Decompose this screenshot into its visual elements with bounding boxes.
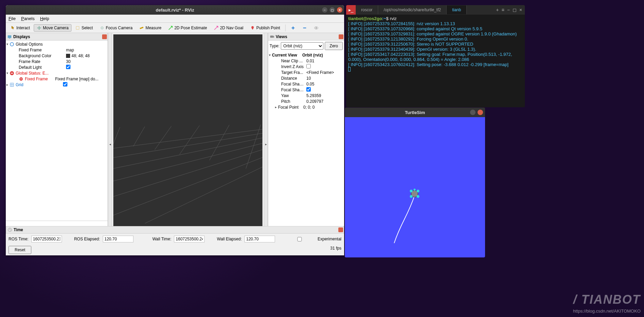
fixed-frame-status-value: Fixed Frame [map] do... bbox=[55, 77, 107, 81]
close-button[interactable]: × bbox=[337, 7, 343, 13]
svg-point-2 bbox=[102, 28, 102, 28]
menu-file[interactable]: File bbox=[9, 16, 16, 21]
experimental-checkbox[interactable] bbox=[284, 237, 315, 241]
grid-icon bbox=[10, 82, 14, 87]
view-type-select[interactable]: Orbit (rviz) bbox=[281, 42, 323, 50]
zero-button[interactable]: Zero bbox=[325, 42, 343, 50]
current-view-value: Orbit (rviz) bbox=[302, 53, 343, 58]
term-maximize-icon[interactable]: ◻ bbox=[513, 7, 517, 13]
svg-point-5 bbox=[316, 27, 317, 29]
tool-remove-icon[interactable] bbox=[299, 24, 310, 32]
reset-button[interactable]: Reset bbox=[9, 246, 31, 254]
grid-label[interactable]: Grid bbox=[16, 82, 62, 87]
term-minimize-icon[interactable]: − bbox=[507, 7, 510, 13]
menu-icon[interactable]: ≡ bbox=[501, 7, 504, 13]
svg-rect-3 bbox=[140, 27, 144, 29]
close-views-icon[interactable] bbox=[339, 34, 343, 39]
viewport-3d[interactable] bbox=[113, 34, 262, 254]
turtlesim-titlebar: TurtleSim bbox=[345, 108, 485, 117]
expand-icon[interactable]: ▸ bbox=[6, 83, 8, 86]
tool-move-camera[interactable]: Move Camera bbox=[34, 24, 71, 32]
rviz-titlebar: default.rviz* - RViz − ◻ × bbox=[6, 5, 344, 15]
ros-elapsed-field[interactable] bbox=[103, 236, 133, 242]
terminal-icon: ▸_ bbox=[346, 5, 356, 15]
tool-2d-pose-estimate[interactable]: 2D Pose Estimate bbox=[165, 24, 210, 32]
tool-focus-camera[interactable]: Focus Camera bbox=[97, 24, 136, 32]
tool-2d-nav-goal[interactable]: 2D Nav Goal bbox=[211, 24, 246, 32]
expand-icon[interactable]: ▾ bbox=[269, 53, 271, 57]
svg-point-8 bbox=[10, 43, 14, 46]
rviz-window: default.rviz* - RViz − ◻ × File Panels H… bbox=[6, 5, 344, 255]
expand-icon[interactable]: ▾ bbox=[6, 42, 8, 46]
ros-time-label: ROS Time: bbox=[9, 237, 29, 241]
views-tree[interactable]: ▾Current ViewOrbit (rviz) Near Clip ...0… bbox=[268, 51, 344, 244]
terminal-tab-roscor[interactable]: roscor bbox=[356, 5, 378, 14]
collapse-left-icon[interactable]: ◂ bbox=[108, 33, 112, 255]
svg-point-17 bbox=[417, 190, 419, 192]
terminal-tab-tianb[interactable]: tianb bbox=[447, 5, 467, 14]
default-light-checkbox[interactable] bbox=[66, 65, 70, 69]
fps-label: 31 fps bbox=[330, 246, 341, 254]
close-time-icon[interactable] bbox=[338, 227, 343, 232]
pitch-value[interactable]: 0.209797 bbox=[306, 99, 343, 104]
svg-rect-10 bbox=[11, 73, 13, 74]
menu-panels[interactable]: Panels bbox=[21, 16, 35, 21]
expand-icon[interactable]: ▸ bbox=[275, 105, 277, 109]
near-clip-value[interactable]: 0.01 bbox=[306, 59, 343, 63]
new-tab-icon[interactable]: + bbox=[496, 7, 499, 13]
displays-panel: Displays ▾Global Options Fixed Framemap … bbox=[6, 33, 108, 255]
focal-shape-fixed-checkbox[interactable] bbox=[306, 87, 311, 92]
wall-elapsed-label: Wall Elapsed: bbox=[217, 237, 242, 241]
tool-publish-point[interactable]: Publish Point bbox=[247, 24, 283, 32]
ts-close-icon[interactable] bbox=[478, 110, 483, 115]
toolbar: Interact Move Camera Select Focus Camera… bbox=[6, 23, 344, 33]
svg-rect-0 bbox=[76, 26, 79, 29]
maximize-button[interactable]: ◻ bbox=[329, 7, 335, 13]
tool-select[interactable]: Select bbox=[72, 24, 96, 32]
yaw-value[interactable]: 5.29359 bbox=[306, 93, 343, 98]
tool-interact[interactable]: Interact bbox=[7, 24, 33, 32]
grid-checkbox[interactable] bbox=[63, 82, 67, 86]
focal-point-value[interactable]: 0; 0; 0 bbox=[303, 105, 343, 110]
global-options-label[interactable]: Global Options bbox=[16, 42, 62, 47]
tool-add-icon[interactable] bbox=[288, 24, 299, 32]
close-displays-icon[interactable] bbox=[102, 34, 107, 39]
bg-color-value[interactable]: 48; 48; 48 bbox=[66, 53, 107, 58]
views-panel: Views Type: Orbit (rviz) Zero ▾Current V… bbox=[268, 33, 344, 255]
menu-help[interactable]: Help bbox=[40, 16, 49, 21]
grid-visual bbox=[113, 34, 262, 223]
ts-minimize-icon[interactable] bbox=[470, 110, 476, 115]
turtlesim-title: TurtleSim bbox=[405, 110, 425, 115]
displays-tree[interactable]: ▾Global Options Fixed Framemap Backgroun… bbox=[6, 41, 108, 221]
frame-rate-label: Frame Rate bbox=[19, 59, 65, 64]
turtle-path bbox=[345, 117, 485, 257]
views-header: Views bbox=[268, 33, 344, 41]
frame-rate-value[interactable]: 30 bbox=[66, 59, 107, 64]
expand-icon[interactable]: ▾ bbox=[6, 71, 8, 75]
distance-value[interactable]: 10 bbox=[306, 76, 343, 81]
focal-shape-size-value[interactable]: 0.05 bbox=[306, 82, 343, 86]
ros-time-field[interactable] bbox=[31, 236, 62, 242]
svg-point-18 bbox=[410, 195, 413, 198]
wall-time-field[interactable] bbox=[174, 236, 205, 242]
wall-time-label: Wall Time: bbox=[152, 237, 172, 241]
default-light-label: Default Light bbox=[19, 65, 65, 70]
invert-z-checkbox[interactable] bbox=[306, 64, 311, 68]
minimize-button[interactable]: − bbox=[322, 7, 328, 13]
fixed-frame-value[interactable]: map bbox=[66, 48, 107, 52]
svg-rect-7 bbox=[9, 38, 10, 38]
terminal-tab-path[interactable]: /opt/ros/melodic/share/turtle_tf2 bbox=[378, 5, 447, 14]
terminal-body[interactable]: tianbot@ros2go:~$ rviz [ INFO] [16072533… bbox=[346, 15, 525, 74]
collapse-right-icon[interactable]: ▸ bbox=[264, 33, 268, 255]
tool-visibility-icon[interactable] bbox=[311, 24, 322, 32]
wall-elapsed-field[interactable] bbox=[244, 236, 275, 242]
type-label: Type: bbox=[270, 44, 279, 48]
yaw-label: Yaw bbox=[281, 93, 305, 98]
tool-measure[interactable]: Measure bbox=[136, 24, 164, 32]
invert-z-label: Invert Z Axis bbox=[281, 64, 305, 69]
term-close-icon[interactable]: × bbox=[519, 7, 522, 13]
turtlesim-canvas[interactable] bbox=[345, 117, 485, 257]
watermark-url: https://blog.csdn.net/AKITOMOKO bbox=[573, 308, 641, 314]
global-status-label[interactable]: Global Status: E... bbox=[16, 71, 62, 76]
target-frame-value[interactable]: <Fixed Frame> bbox=[306, 70, 343, 75]
